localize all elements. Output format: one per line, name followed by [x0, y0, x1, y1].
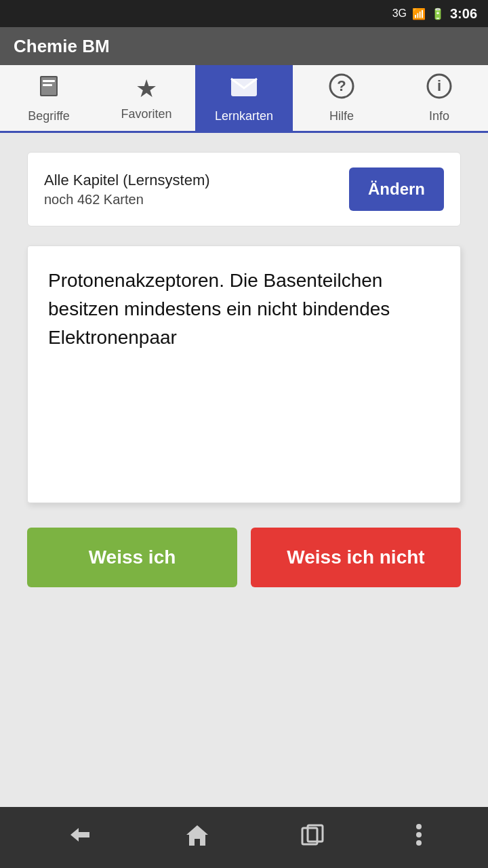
info-icon: i	[426, 73, 452, 105]
chapter-title: Alle Kapitel (Lernsystem)	[44, 172, 210, 189]
tab-bar: Begriffe ★ Favoriten Lernkarten ? Hilfe …	[0, 65, 488, 133]
svg-text:i: i	[437, 77, 441, 94]
chapter-card: Alle Kapitel (Lernsystem) noch 462 Karte…	[27, 152, 461, 226]
main-content: Alle Kapitel (Lernsystem) noch 462 Karte…	[0, 133, 488, 807]
flashcard-text: Protonenakzeptoren. Die Basenteilchen be…	[48, 267, 440, 352]
tab-favoriten-label: Favoriten	[121, 107, 171, 121]
app-title: Chemie BM	[14, 36, 110, 57]
svg-point-14	[416, 840, 422, 846]
action-buttons: Weiss ich Weiss ich nicht	[27, 528, 461, 587]
favoriten-icon: ★	[136, 75, 157, 103]
tab-begriffe-label: Begriffe	[28, 109, 70, 123]
dont-know-button[interactable]: Weiss ich nicht	[251, 528, 461, 587]
tab-lernkarten-label: Lernkarten	[215, 109, 273, 123]
home-button[interactable]	[184, 823, 211, 853]
know-button[interactable]: Weiss ich	[27, 528, 237, 587]
svg-point-13	[416, 832, 422, 837]
title-bar: Chemie BM	[0, 27, 488, 65]
tab-info[interactable]: i Info	[390, 65, 488, 131]
flashcard: Protonenakzeptoren. Die Basenteilchen be…	[27, 245, 461, 503]
svg-marker-9	[186, 825, 208, 846]
back-button[interactable]	[65, 823, 95, 852]
chapter-subtitle: noch 462 Karten	[44, 192, 210, 208]
status-bar: 3G 📶 🔋 3:06	[0, 0, 488, 27]
lernkarten-icon	[230, 73, 258, 105]
change-button[interactable]: Ändern	[349, 167, 444, 211]
menu-button[interactable]	[414, 823, 424, 853]
svg-rect-3	[43, 84, 52, 86]
svg-point-12	[416, 824, 422, 829]
tab-hilfe[interactable]: ? Hilfe	[293, 65, 390, 131]
signal-bars: 📶	[412, 7, 426, 20]
bottom-nav	[0, 807, 488, 868]
svg-rect-2	[43, 80, 55, 82]
hilfe-icon: ?	[329, 73, 354, 105]
tab-lernkarten[interactable]: Lernkarten	[195, 65, 293, 131]
begriffe-icon	[36, 73, 62, 105]
battery-icon: 🔋	[431, 7, 445, 20]
tab-info-label: Info	[429, 109, 449, 123]
svg-text:?: ?	[337, 77, 346, 94]
tab-favoriten[interactable]: ★ Favoriten	[98, 65, 195, 131]
recents-button[interactable]	[300, 823, 325, 853]
clock: 3:06	[450, 6, 477, 22]
network-signal: 3G	[392, 7, 407, 20]
tab-begriffe[interactable]: Begriffe	[0, 65, 98, 131]
chapter-info: Alle Kapitel (Lernsystem) noch 462 Karte…	[44, 172, 210, 208]
tab-hilfe-label: Hilfe	[329, 109, 354, 123]
